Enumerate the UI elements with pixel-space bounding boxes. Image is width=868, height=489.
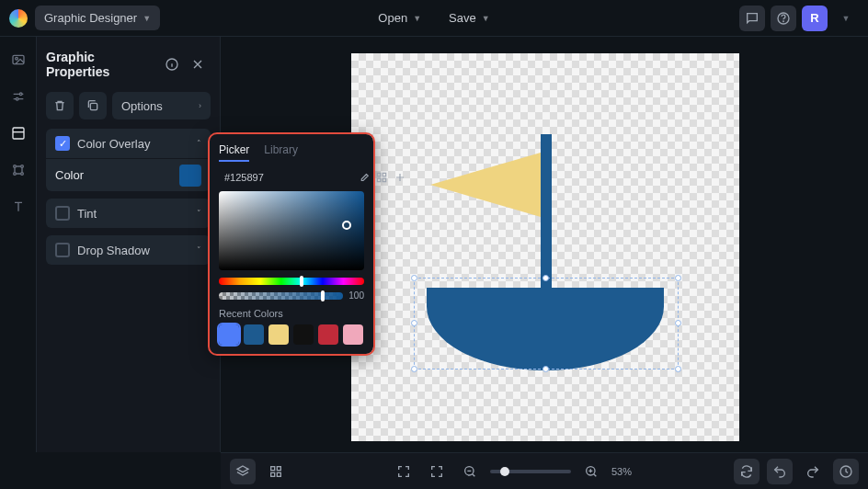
- drop-shadow-checkbox[interactable]: [55, 243, 70, 257]
- svg-point-8: [20, 165, 23, 168]
- recent-swatch[interactable]: [343, 324, 363, 345]
- tab-picker[interactable]: Picker: [219, 143, 249, 162]
- color-row: Color: [46, 158, 211, 191]
- chevron-down-icon[interactable]: ▼: [833, 6, 859, 31]
- chat-icon[interactable]: [739, 6, 765, 31]
- recent-swatch[interactable]: [244, 324, 264, 345]
- zoom-in-icon[interactable]: [578, 459, 604, 484]
- alpha-slider[interactable]: [219, 292, 343, 300]
- chevron-right-icon: ›: [199, 101, 201, 110]
- app-mode-dropdown[interactable]: Graphic Designer ▼: [35, 6, 160, 30]
- svg-point-3: [15, 57, 17, 60]
- color-overlay-row[interactable]: ✓ Color Overlay ˄: [46, 129, 211, 158]
- tint-checkbox[interactable]: [55, 206, 70, 221]
- svg-point-10: [20, 173, 23, 176]
- app-mode-label: Graphic Designer: [44, 11, 137, 25]
- tint-row[interactable]: Tint ˅: [46, 199, 211, 228]
- color-swatch[interactable]: [179, 165, 201, 187]
- panel-title: Graphic Properties: [46, 50, 159, 79]
- zoom-label: 53%: [611, 466, 632, 477]
- selection-handle[interactable]: [411, 320, 417, 326]
- zoom-slider[interactable]: [490, 470, 571, 473]
- recent-colors-label: Recent Colors: [219, 308, 364, 319]
- help-icon[interactable]: [771, 6, 796, 31]
- options-button[interactable]: Options ›: [112, 92, 211, 119]
- open-button[interactable]: Open ▼: [369, 6, 430, 30]
- hue-slider[interactable]: [219, 278, 364, 285]
- layers-icon[interactable]: [8, 123, 29, 143]
- svg-rect-17: [271, 466, 275, 470]
- zoom-knob[interactable]: [500, 467, 509, 476]
- refresh-icon[interactable]: [734, 459, 760, 484]
- chevron-down-icon: ˅: [197, 245, 201, 255]
- grid-icon[interactable]: [375, 171, 388, 184]
- recent-swatch[interactable]: [318, 324, 338, 345]
- fullscreen-icon[interactable]: [391, 459, 417, 484]
- hex-input[interactable]: [224, 172, 351, 183]
- align-icon[interactable]: [8, 160, 29, 180]
- recent-swatch[interactable]: [219, 324, 239, 345]
- alpha-handle[interactable]: [321, 290, 325, 301]
- color-overlay-checkbox[interactable]: ✓: [55, 136, 70, 151]
- chevron-down-icon: ▼: [143, 14, 151, 23]
- svg-point-1: [783, 21, 784, 22]
- drop-shadow-row[interactable]: Drop Shadow ˅: [46, 235, 211, 265]
- color-label: Color: [55, 168, 84, 182]
- redo-icon[interactable]: [800, 459, 826, 484]
- layers-menu-icon[interactable]: [230, 459, 256, 484]
- svg-rect-13: [377, 173, 381, 176]
- eyedropper-icon[interactable]: [357, 171, 370, 184]
- svg-point-7: [13, 165, 16, 168]
- svg-point-5: [16, 97, 18, 100]
- saturation-value-field[interactable]: [219, 191, 364, 270]
- bottom-bar: 53%: [221, 452, 868, 489]
- chevron-down-icon: ▼: [413, 14, 421, 23]
- history-icon[interactable]: [833, 459, 859, 484]
- svg-rect-19: [271, 472, 275, 476]
- svg-rect-14: [383, 173, 386, 176]
- duplicate-button[interactable]: [79, 92, 107, 119]
- grid-toggle-icon[interactable]: [263, 459, 289, 484]
- recent-swatch[interactable]: [268, 324, 289, 345]
- selection-handle[interactable]: [675, 320, 681, 326]
- delete-button[interactable]: [46, 92, 74, 119]
- save-button[interactable]: Save ▼: [440, 6, 499, 30]
- boat-flag[interactable]: [430, 153, 541, 217]
- top-bar: Graphic Designer ▼ Open ▼ Save ▼ R ▼: [0, 0, 868, 37]
- alpha-value: 100: [348, 290, 364, 301]
- svg-rect-15: [377, 178, 381, 182]
- selection-handle[interactable]: [411, 366, 417, 372]
- tool-rail: [0, 37, 37, 452]
- sliders-icon[interactable]: [8, 86, 29, 107]
- fit-icon[interactable]: [424, 459, 450, 484]
- close-icon[interactable]: [185, 51, 211, 77]
- svg-rect-20: [277, 472, 280, 476]
- selection-handle[interactable]: [542, 366, 549, 372]
- app-logo: [9, 9, 28, 28]
- artboard[interactable]: [351, 53, 739, 441]
- hue-handle[interactable]: [300, 276, 303, 287]
- recent-swatch[interactable]: [293, 324, 314, 345]
- selection-handle[interactable]: [675, 366, 681, 372]
- text-icon[interactable]: [8, 197, 29, 217]
- chevron-down-icon: ˅: [197, 209, 201, 218]
- sv-cursor[interactable]: [342, 221, 351, 230]
- image-icon[interactable]: [8, 50, 29, 70]
- color-picker: Picker Library 100 Recent Colors: [210, 134, 373, 354]
- recent-colors: [219, 324, 364, 345]
- selection-handle[interactable]: [411, 275, 417, 281]
- selection-box[interactable]: [414, 278, 679, 370]
- svg-rect-6: [13, 128, 24, 139]
- svg-point-9: [13, 173, 16, 176]
- svg-point-4: [19, 93, 22, 96]
- selection-handle[interactable]: [542, 275, 549, 281]
- properties-panel: Graphic Properties Options › ✓ Color Ove…: [37, 37, 221, 452]
- undo-icon[interactable]: [767, 459, 793, 484]
- info-icon[interactable]: [159, 51, 185, 77]
- selection-handle[interactable]: [675, 275, 681, 281]
- plus-icon[interactable]: [394, 171, 406, 184]
- svg-rect-18: [277, 466, 280, 470]
- zoom-out-icon[interactable]: [457, 459, 483, 484]
- avatar[interactable]: R: [802, 6, 828, 31]
- tab-library[interactable]: Library: [264, 143, 298, 162]
